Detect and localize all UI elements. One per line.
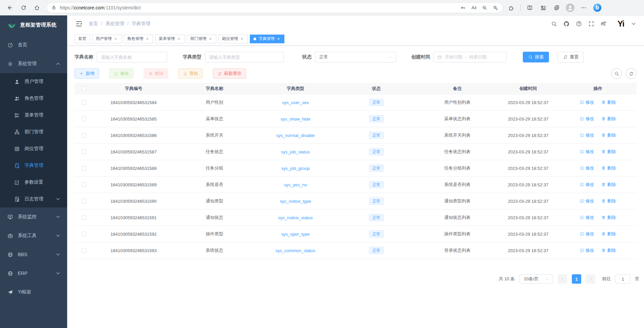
page-tab[interactable]: 部门管理 (187, 35, 216, 43)
sidebar-menu-item[interactable]: 菜单管理 (0, 107, 67, 124)
row-checkbox[interactable] (82, 232, 86, 236)
dict-type-link[interactable]: sys_job_group (281, 166, 310, 171)
row-checkbox[interactable] (82, 199, 86, 203)
sidebar-menu-item[interactable]: 参数设置 (0, 174, 67, 191)
search-button[interactable]: 搜索 (523, 52, 549, 62)
tab-close-icon[interactable] (177, 37, 181, 41)
sidebar-menu-item[interactable]: 部门管理 (0, 124, 67, 140)
address-bar[interactable]: https://ccnetcore.com:1101/system/dict (46, 2, 503, 13)
date-range-picker[interactable]: 开始日期 - 结束日期 (433, 52, 507, 62)
dict-type-link[interactable]: sys_job_status (281, 149, 310, 154)
page-tab[interactable]: 首页 (75, 35, 90, 43)
breadcrumb-item[interactable]: 系统管理 (98, 21, 124, 27)
current-page-button[interactable]: 1 (572, 274, 581, 284)
sidebar-menu-item[interactable]: ERP (0, 264, 67, 283)
page-tab[interactable]: 菜单管理 (155, 35, 185, 43)
refresh-cache-button[interactable]: 刷新缓存 (213, 68, 246, 79)
app-logo[interactable]: 意框架管理系统 (0, 15, 67, 34)
lock-icon[interactable] (51, 5, 56, 10)
edit-button[interactable]: 修改 (109, 68, 134, 79)
sidebar-menu-item[interactable]: 岗位管理 (0, 140, 67, 157)
row-delete-link[interactable]: 删除 (601, 165, 616, 171)
password-key-icon[interactable] (458, 3, 468, 12)
sidebar-menu-item[interactable]: 日志管理 (0, 191, 67, 207)
dict-type-link[interactable]: sys_notice_status (278, 215, 313, 220)
row-delete-link[interactable]: 删除 (601, 149, 616, 155)
read-aloud-icon[interactable] (468, 3, 479, 12)
sidebar-menu-item[interactable]: 系统监控 (0, 207, 67, 226)
tab-close-icon[interactable] (240, 37, 244, 41)
bing-chat-icon[interactable]: b (591, 2, 603, 13)
export-button[interactable]: 导出 (178, 68, 203, 79)
page-tab[interactable]: 角色管理 (124, 35, 153, 43)
reload-table-icon[interactable] (626, 68, 637, 79)
dict-name-input[interactable] (97, 52, 167, 62)
dict-type-link[interactable]: sys_yes_no (284, 182, 307, 187)
browser-refresh-button[interactable] (17, 2, 30, 13)
row-checkbox[interactable] (82, 166, 86, 171)
collections-icon[interactable] (551, 2, 562, 13)
row-checkbox[interactable] (82, 215, 86, 220)
toggle-search-icon[interactable] (611, 68, 622, 79)
breadcrumb-item[interactable]: 首页 (89, 21, 98, 27)
reset-button[interactable]: 重置 (558, 52, 584, 62)
breadcrumb-item[interactable]: 字典管理 (124, 21, 150, 27)
sidebar-menu-item[interactable]: 系统工具 (0, 226, 67, 245)
row-checkbox[interactable] (82, 248, 86, 253)
dict-type-link[interactable]: sys_user_sex (282, 100, 309, 105)
page-size-select[interactable]: 10条/页 (519, 274, 553, 284)
collapse-sidebar-icon[interactable] (75, 19, 83, 28)
sidebar-menu-item[interactable]: 首页 (0, 36, 67, 54)
row-edit-link[interactable]: 修改 (580, 165, 594, 171)
row-checkbox[interactable] (82, 100, 86, 105)
page-tab[interactable]: 字典管理 (250, 35, 284, 43)
sidebar-menu-item[interactable]: 角色管理 (0, 90, 67, 107)
add-button[interactable]: 新增 (75, 68, 99, 79)
page-tab[interactable]: 用户管理 (92, 35, 122, 43)
row-delete-link[interactable]: 删除 (601, 231, 616, 237)
zoom-out-icon[interactable] (479, 3, 490, 12)
row-edit-link[interactable]: 修改 (580, 99, 594, 105)
next-page-button[interactable] (586, 274, 595, 284)
row-checkbox[interactable] (82, 116, 86, 121)
row-delete-link[interactable]: 删除 (601, 182, 616, 188)
row-edit-link[interactable]: 修改 (580, 215, 594, 221)
dict-type-link[interactable]: sys_oper_type (281, 232, 310, 237)
delete-button[interactable]: 删除 (144, 68, 168, 79)
github-icon[interactable] (563, 20, 570, 27)
tab-close-icon[interactable] (113, 37, 118, 41)
dict-type-link[interactable]: sys_common_status (276, 248, 316, 253)
sidebar-menu-item[interactable]: 用户管理 (0, 73, 67, 90)
row-delete-link[interactable]: 删除 (601, 215, 616, 221)
row-edit-link[interactable]: 修改 (580, 247, 594, 253)
row-edit-link[interactable]: 修改 (580, 132, 594, 138)
sidebar-menu-item[interactable]: 字典管理 (0, 157, 67, 174)
dict-type-link[interactable]: sys_notice_type (280, 199, 311, 204)
dict-type-input[interactable] (205, 52, 284, 62)
sidebar-menu-item[interactable]: Yi框架 (0, 283, 67, 301)
row-edit-link[interactable]: 修改 (580, 231, 594, 237)
prev-page-button[interactable] (558, 274, 567, 284)
sidebar-menu-item[interactable]: 系统管理 (0, 54, 67, 73)
font-size-icon[interactable] (600, 20, 607, 27)
sidebar-menu-item[interactable]: BBS (0, 245, 67, 264)
row-edit-link[interactable]: 修改 (580, 198, 594, 204)
goto-page-input[interactable] (615, 274, 630, 284)
page-tab[interactable]: 岗位管理 (218, 35, 248, 43)
header-search-icon[interactable] (551, 20, 557, 27)
avatar-dropdown-caret-icon[interactable] (631, 21, 637, 27)
row-delete-link[interactable]: 删除 (601, 247, 616, 253)
browser-essentials-icon[interactable] (506, 2, 517, 13)
dict-type-link[interactable]: sys_show_hide (280, 116, 310, 122)
favorites-icon[interactable] (538, 2, 549, 13)
row-delete-link[interactable]: 删除 (601, 198, 616, 204)
browser-back-button[interactable] (3, 2, 17, 13)
row-delete-link[interactable]: 删除 (601, 99, 616, 105)
row-edit-link[interactable]: 修改 (580, 116, 594, 122)
row-checkbox[interactable] (82, 149, 86, 154)
tab-close-icon[interactable] (145, 37, 149, 41)
row-checkbox[interactable] (82, 182, 86, 187)
split-screen-icon[interactable] (524, 2, 536, 13)
dict-type-link[interactable]: sys_normal_disable (276, 133, 315, 138)
row-delete-link[interactable]: 删除 (601, 132, 616, 138)
